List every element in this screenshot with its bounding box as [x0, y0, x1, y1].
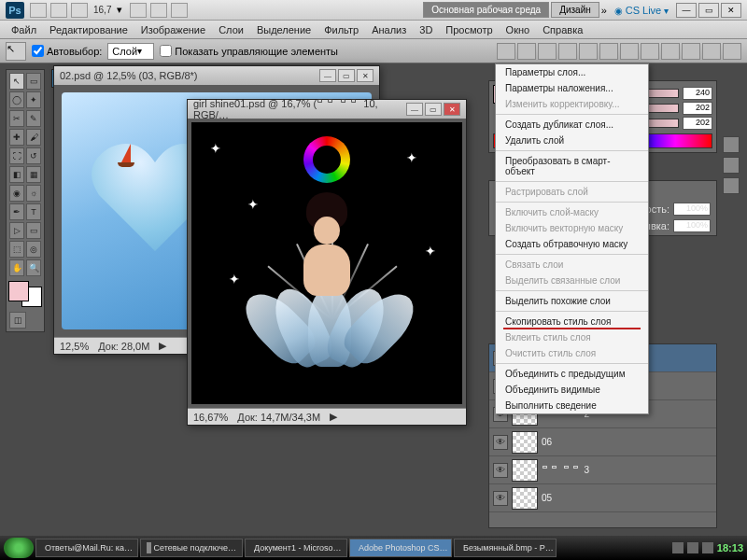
- wand-tool[interactable]: ✦: [26, 91, 41, 108]
- doc2-docinfo[interactable]: Док: 14,7M/34,3M: [237, 412, 320, 423]
- doc1-docinfo[interactable]: Док: 28,0M: [98, 341, 149, 352]
- view-icon-1[interactable]: [130, 3, 147, 18]
- context-menu-item[interactable]: Объединить видимые: [496, 382, 648, 398]
- menu-analysis[interactable]: Анализ: [366, 22, 412, 37]
- shape-tool[interactable]: ▭: [26, 222, 41, 239]
- char-panel-icon[interactable]: [723, 177, 740, 194]
- cslive-link[interactable]: ◉ CS Live ▾: [614, 5, 669, 16]
- color-val-b[interactable]: 202: [683, 117, 712, 130]
- menu-filter[interactable]: Фильтр: [318, 22, 364, 37]
- workspace-main-button[interactable]: Основная рабочая среда: [423, 2, 549, 18]
- autoselect-check[interactable]: [32, 45, 44, 57]
- doc2-canvas[interactable]: ✦ ✦ ✦ ✦ ✦: [188, 119, 466, 408]
- menu-help[interactable]: Справка: [537, 22, 588, 37]
- close-button[interactable]: ✕: [721, 3, 741, 18]
- chevron-down-icon[interactable]: ▾: [117, 4, 124, 16]
- menu-layer[interactable]: Слои: [213, 22, 249, 37]
- color-val-g[interactable]: 202: [683, 102, 712, 115]
- color-val-r[interactable]: 240: [683, 87, 712, 100]
- zoom-tool[interactable]: 🔍: [26, 259, 41, 276]
- maximize-button[interactable]: ▭: [698, 3, 719, 18]
- fg-color-swatch[interactable]: [8, 281, 29, 301]
- gradient-tool[interactable]: ▦: [26, 166, 41, 183]
- doc1-min[interactable]: —: [319, 69, 336, 82]
- taskbar-item[interactable]: Сетевые подключе…: [140, 539, 243, 557]
- view-icon-3[interactable]: [171, 3, 188, 18]
- show-controls-check[interactable]: [160, 45, 172, 57]
- context-menu-item[interactable]: Выделить похожие слои: [496, 293, 648, 309]
- doc2-max[interactable]: ▭: [425, 103, 442, 116]
- heal-tool[interactable]: ✚: [9, 129, 24, 146]
- layer-row[interactable]: 👁06: [489, 428, 716, 456]
- distribute-icon[interactable]: [641, 43, 659, 60]
- opacity-input[interactable]: 100%: [673, 203, 711, 216]
- brush-tool[interactable]: 🖌: [26, 129, 41, 146]
- layer-thumb[interactable]: [512, 487, 538, 510]
- start-button[interactable]: [4, 538, 34, 558]
- camera-tool[interactable]: ◎: [26, 241, 41, 258]
- distribute-icon[interactable]: [682, 43, 700, 60]
- eyedropper-tool[interactable]: ✎: [26, 110, 41, 127]
- menu-3d[interactable]: 3D: [414, 22, 438, 37]
- menu-edit[interactable]: Редактирование: [44, 22, 134, 37]
- workspace-more[interactable]: »: [601, 5, 607, 16]
- 3d-tool[interactable]: ⬚: [9, 241, 24, 258]
- menu-window[interactable]: Окно: [500, 22, 536, 37]
- move-tool[interactable]: ↖: [9, 73, 24, 90]
- menu-file[interactable]: Файл: [6, 22, 42, 37]
- distribute-icon[interactable]: [620, 43, 639, 60]
- distribute-icon[interactable]: [702, 43, 721, 60]
- taskbar-item[interactable]: Безымянный.bmp - P…: [454, 539, 557, 557]
- lasso-tool[interactable]: ◯: [9, 91, 24, 108]
- menu-select[interactable]: Выделение: [251, 22, 317, 37]
- context-menu-item[interactable]: Параметры слоя...: [496, 64, 648, 80]
- doc2-close[interactable]: ✕: [444, 103, 460, 116]
- dodge-tool[interactable]: ☼: [26, 185, 41, 202]
- hand-tool[interactable]: ✋: [9, 259, 24, 276]
- align-icon[interactable]: [558, 43, 577, 60]
- title-icon-grid[interactable]: [71, 3, 88, 18]
- taskbar-item[interactable]: Документ1 - Microso…: [245, 539, 347, 557]
- layer-row[interactable]: 👁05: [489, 484, 716, 512]
- title-icon-mb[interactable]: [50, 3, 67, 18]
- align-icon[interactable]: [599, 43, 618, 60]
- tray-icon[interactable]: [687, 542, 698, 553]
- tray-icon[interactable]: [702, 542, 713, 553]
- menu-view[interactable]: Просмотр: [440, 22, 498, 37]
- layer-thumb[interactable]: [512, 459, 538, 482]
- clock[interactable]: 18:13: [717, 542, 743, 553]
- view-icon-2[interactable]: [150, 3, 167, 18]
- eraser-tool[interactable]: ◧: [9, 166, 24, 183]
- context-menu-item[interactable]: Создать обтравочную маску: [496, 236, 648, 252]
- move-tool-icon[interactable]: ↖: [6, 42, 26, 61]
- context-menu-item[interactable]: Параметры наложения...: [496, 80, 648, 96]
- tray-icon[interactable]: [672, 542, 684, 553]
- doc1-close[interactable]: ✕: [357, 69, 374, 82]
- minimize-button[interactable]: —: [676, 3, 697, 18]
- distribute-icon[interactable]: [661, 43, 680, 60]
- pen-tool[interactable]: ✒: [9, 203, 24, 220]
- history-brush-tool[interactable]: ↺: [26, 147, 41, 164]
- color-swatches[interactable]: [8, 281, 42, 307]
- align-icon[interactable]: [579, 43, 598, 60]
- path-tool[interactable]: ▷: [9, 222, 24, 239]
- context-menu-item[interactable]: Создать дубликат слоя...: [496, 117, 648, 133]
- align-icon[interactable]: [538, 43, 557, 60]
- distribute-icon[interactable]: [723, 43, 741, 60]
- taskbar-item[interactable]: Adobe Photoshop CS…: [349, 539, 452, 557]
- align-icon[interactable]: [517, 43, 536, 60]
- context-menu-item[interactable]: Скопировать стиль слоя: [496, 314, 648, 329]
- visibility-eye-icon[interactable]: 👁: [493, 435, 508, 450]
- doc2-titlebar[interactable]: girl shine01.psd @ 16,7% (ᄆᄆ ᄆᄆ 10, RGB/…: [188, 100, 466, 119]
- fill-input[interactable]: 100%: [673, 219, 711, 232]
- autoselect-checkbox[interactable]: Автовыбор:: [32, 45, 102, 57]
- doc1-max[interactable]: ▭: [338, 69, 355, 82]
- visibility-eye-icon[interactable]: 👁: [493, 463, 508, 478]
- actions-panel-icon[interactable]: [723, 157, 740, 174]
- title-icon-br[interactable]: [30, 3, 47, 18]
- menu-image[interactable]: Изображение: [135, 22, 211, 37]
- crop-tool[interactable]: ✂: [9, 110, 24, 127]
- align-icon[interactable]: [497, 43, 515, 60]
- doc1-zoom[interactable]: 12,5%: [60, 341, 89, 352]
- doc2-min[interactable]: —: [406, 103, 423, 116]
